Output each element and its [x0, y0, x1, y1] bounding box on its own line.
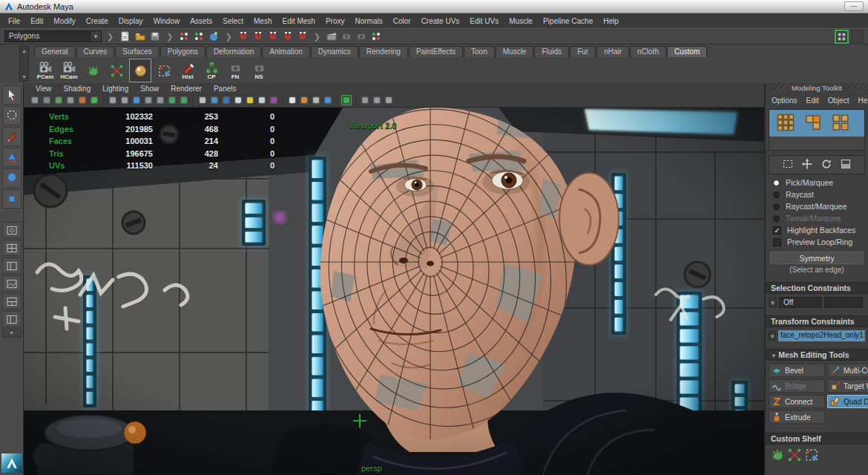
paint-select-tool[interactable]	[2, 127, 22, 146]
layout-hypergraph[interactable]	[2, 293, 22, 309]
mesh-tool-bevel[interactable]: Bevel	[769, 364, 825, 377]
menu-muscle[interactable]: Muscle	[504, 15, 538, 27]
shelf-button-ns[interactable]: NS	[248, 59, 270, 82]
fill-selection-icon[interactable]	[840, 158, 852, 171]
shelf-tab-fur[interactable]: Fur	[570, 46, 596, 57]
viewport-toolbar-icon-0[interactable]	[30, 95, 40, 105]
mesh-tool-extrude[interactable]: Extrude	[769, 410, 825, 424]
scale-tool[interactable]	[2, 189, 22, 209]
shelf-collapse-rail[interactable]: ▲ ▼	[19, 46, 29, 82]
toolkit-menu-object[interactable]: Object	[823, 95, 854, 106]
viewport-toolbar-icon-24[interactable]	[299, 95, 309, 105]
viewport-toolbar-icon-1[interactable]	[42, 95, 52, 105]
constraint-expand-icon[interactable]: ▼	[769, 298, 777, 307]
viewport-toolbar-icon-3[interactable]	[65, 95, 76, 105]
snap-magnet-curve-icon[interactable]	[251, 30, 265, 43]
shelf-tab-curves[interactable]: Curves	[76, 46, 115, 57]
mesh-tool-multi-cu[interactable]: Multi-Cu	[827, 364, 868, 377]
viewport-canvas[interactable]: Verts1023322530Edges2019854680Faces10003…	[24, 108, 764, 475]
viewport-toolbar-icon-19[interactable]	[245, 95, 255, 105]
shelf-tab-polygons[interactable]: Polygons	[160, 46, 206, 57]
shelf-tab-animation[interactable]: Animation	[262, 46, 309, 57]
transform-constraint-field[interactable]: face_retopo2Head_only1:Me	[778, 330, 865, 341]
new-scene-icon[interactable]	[119, 30, 132, 43]
radio-raycast[interactable]: Raycast	[766, 189, 868, 200]
viewport-menu-view[interactable]: View	[30, 85, 58, 93]
select-tool[interactable]	[2, 85, 22, 105]
modeling-toolkit-toggle[interactable]	[835, 30, 849, 44]
menu-display[interactable]: Display	[114, 15, 148, 27]
menu-window[interactable]: Window	[148, 15, 185, 27]
rotate-component-icon[interactable]	[821, 158, 832, 171]
viewport-toolbar-icon-13[interactable]	[179, 95, 189, 105]
checkbox-preview-loop-ring[interactable]: Preview Loop/Ring	[766, 236, 868, 248]
shelf-tab-muscle[interactable]: Muscle	[496, 46, 534, 57]
snap-grid-icon[interactable]	[177, 30, 191, 43]
move-tool[interactable]	[2, 148, 22, 167]
chevron-down-icon[interactable]: ▼	[91, 30, 102, 42]
group-separator[interactable]: ❯	[104, 32, 116, 42]
menu-edit-mesh[interactable]: Edit Mesh	[277, 15, 320, 27]
group-separator[interactable]: ❯	[311, 32, 323, 42]
shelf-button-pcam[interactable]: PCam	[34, 59, 56, 82]
layout-menu-dropdown[interactable]: ▼	[2, 329, 22, 338]
selection-constraint-select[interactable]: Off	[779, 297, 822, 308]
viewport-menu-panels[interactable]: Panels	[208, 85, 243, 93]
viewport-toolbar-icon-15[interactable]	[197, 95, 208, 105]
shelf-button-fn[interactable]: FN	[224, 59, 246, 82]
marquee-tool-icon[interactable]	[782, 158, 794, 171]
vertex-mode[interactable]	[777, 114, 795, 133]
rotate-tool[interactable]	[2, 168, 22, 188]
shelf-button-hcam[interactable]: HCam	[58, 59, 80, 82]
viewport-toolbar-icon-8[interactable]	[119, 95, 130, 105]
mesh-tool-bridge[interactable]: Bridge	[769, 379, 825, 393]
status-extra-icon[interactable]	[851, 30, 864, 43]
shelf-button-icon2[interactable]	[82, 59, 104, 82]
viewport-toolbar-icon-9[interactable]	[131, 95, 142, 105]
viewport-toolbar-icon-17[interactable]	[221, 95, 231, 105]
menu-set-selector[interactable]: Polygons ▼	[4, 30, 102, 42]
viewport-toolbar-icon-4[interactable]	[77, 95, 88, 105]
lasso-select-tool[interactable]	[2, 106, 22, 125]
shelf-tab-general[interactable]: General	[34, 46, 76, 57]
group-separator[interactable]: ❯	[222, 32, 234, 42]
viewport-toolbar-icon-28[interactable]	[341, 95, 352, 105]
snap-magnet-live-icon[interactable]	[296, 30, 309, 43]
menu-create-uvs[interactable]: Create UVs	[416, 15, 465, 27]
snap-magnet-point-icon[interactable]	[266, 30, 280, 43]
menu-select[interactable]: Select	[217, 15, 249, 27]
menu-edit[interactable]: Edit	[25, 15, 48, 27]
layout-persp-uv[interactable]	[2, 311, 22, 327]
shelf-button-icon4[interactable]	[129, 59, 151, 82]
edge-mode[interactable]	[804, 114, 822, 133]
menu-color[interactable]: Color	[388, 15, 416, 27]
shelf-button-icon3[interactable]	[105, 59, 128, 82]
mesh-editing-tools-header[interactable]: ▼ Mesh Editing Tools	[766, 349, 868, 361]
radio-dot-icon[interactable]	[773, 203, 780, 210]
viewport-toolbar-icon-25[interactable]	[311, 95, 321, 105]
menu-set-value[interactable]: Polygons	[4, 30, 91, 42]
toolkit-menu-edit[interactable]: Edit	[801, 95, 823, 106]
selection-constraints-header[interactable]: Selection Constraints	[766, 282, 868, 294]
save-scene-icon[interactable]	[148, 30, 162, 43]
shelf-tab-custom[interactable]: Custom	[667, 46, 707, 57]
snap-curve-icon[interactable]	[192, 30, 206, 43]
menu-modify[interactable]: Modify	[48, 15, 80, 27]
radio-dot-icon[interactable]	[773, 180, 780, 186]
viewport-toolbar-icon-12[interactable]	[167, 95, 177, 105]
viewport-menu-shading[interactable]: Shading	[58, 85, 97, 93]
menu-proxy[interactable]: Proxy	[320, 15, 350, 27]
menu-mesh[interactable]: Mesh	[249, 15, 277, 27]
viewport-menu-lighting[interactable]: Lighting	[96, 85, 134, 93]
shelf-tab-deformation[interactable]: Deformation	[206, 46, 261, 57]
custom-shelf-header[interactable]: Custom Shelf	[766, 433, 868, 445]
viewport-toolbar-icon-18[interactable]	[233, 95, 243, 105]
menu-pipeline-cache[interactable]: Pipeline Cache	[538, 15, 598, 27]
viewport-toolbar-icon-32[interactable]	[384, 95, 394, 105]
menu-assets[interactable]: Assets	[185, 15, 217, 27]
viewport-toolbar-icon-23[interactable]	[287, 95, 297, 105]
selection-constraint-extra[interactable]	[824, 297, 863, 308]
shelf-tab-surfaces[interactable]: Surfaces	[115, 46, 159, 57]
layout-four-pane[interactable]	[2, 240, 22, 256]
minimize-button[interactable]: —	[844, 1, 864, 11]
